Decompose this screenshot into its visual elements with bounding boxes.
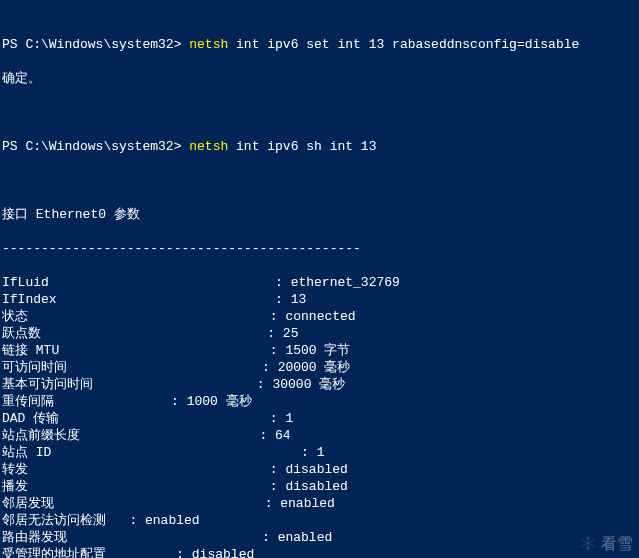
confirm-text: 确定。 xyxy=(2,70,637,87)
param-value: : 1 xyxy=(301,445,324,460)
param-name: 转发 xyxy=(2,462,270,477)
param-value: : disabled xyxy=(176,547,254,558)
param-name: DAD 传输 xyxy=(2,411,270,426)
param-name: 受管理的地址配置 xyxy=(2,547,176,558)
cmd1-exe: netsh xyxy=(189,37,228,52)
param-row: 状态 : connected xyxy=(2,308,637,325)
divider: ----------------------------------------… xyxy=(2,240,637,257)
param-name: 链接 MTU xyxy=(2,343,270,358)
param-name: 站点 ID xyxy=(2,445,301,460)
param-value: : enabled xyxy=(129,513,199,528)
param-name: 邻居发现 xyxy=(2,496,265,511)
param-row: 邻居无法访问检测 : enabled xyxy=(2,512,637,529)
param-row: 站点 ID : 1 xyxy=(2,444,637,461)
param-row: DAD 传输 : 1 xyxy=(2,410,637,427)
param-row: IfLuid : ethernet_32769 xyxy=(2,274,637,291)
param-row: IfIndex : 13 xyxy=(2,291,637,308)
prompt-line-2: PS C:\Windows\system32> netsh int ipv6 s… xyxy=(2,138,637,155)
param-value: : 1500 字节 xyxy=(270,343,351,358)
cmd2-exe: netsh xyxy=(189,139,228,154)
param-value: : 64 xyxy=(259,428,290,443)
param-row: 链接 MTU : 1500 字节 xyxy=(2,342,637,359)
param-row: 重传间隔 : 1000 毫秒 xyxy=(2,393,637,410)
param-row: 基本可访问时间 : 30000 毫秒 xyxy=(2,376,637,393)
param-value: : 13 xyxy=(275,292,306,307)
param-name: 基本可访问时间 xyxy=(2,377,257,392)
param-name: 跃点数 xyxy=(2,326,267,341)
param-row: 邻居发现 : enabled xyxy=(2,495,637,512)
param-name: 可访问时间 xyxy=(2,360,262,375)
section-title: 接口 Ethernet0 参数 xyxy=(2,206,637,223)
param-value: : 25 xyxy=(267,326,298,341)
param-value: : disabled xyxy=(270,479,348,494)
param-value: : enabled xyxy=(262,530,332,545)
param-value: : disabled xyxy=(270,462,348,477)
param-name: IfLuid xyxy=(2,275,275,290)
param-name: IfIndex xyxy=(2,292,275,307)
param-value: : ethernet_32769 xyxy=(275,275,400,290)
params-list: IfLuid : ethernet_32769IfIndex : 13状态 : … xyxy=(2,274,637,558)
terminal-output[interactable]: PS C:\Windows\system32> netsh int ipv6 s… xyxy=(0,0,639,558)
param-name: 路由器发现 xyxy=(2,530,262,545)
prompt-line-1: PS C:\Windows\system32> netsh int ipv6 s… xyxy=(2,36,637,53)
param-row: 跃点数 : 25 xyxy=(2,325,637,342)
param-name: 邻居无法访问检测 xyxy=(2,513,129,528)
param-value: : 1000 毫秒 xyxy=(171,394,252,409)
blank-line xyxy=(2,172,637,189)
param-name: 状态 xyxy=(2,309,270,324)
blank-line xyxy=(2,104,637,121)
param-row: 转发 : disabled xyxy=(2,461,637,478)
param-row: 站点前缀长度 : 64 xyxy=(2,427,637,444)
param-value: : 1 xyxy=(270,411,293,426)
param-row: 可访问时间 : 20000 毫秒 xyxy=(2,359,637,376)
cmd2-args: int ipv6 sh int 13 xyxy=(228,139,376,154)
prompt-path: PS C:\Windows\system32> xyxy=(2,37,189,52)
param-value: : enabled xyxy=(265,496,335,511)
param-value: : 20000 毫秒 xyxy=(262,360,350,375)
param-row: 播发 : disabled xyxy=(2,478,637,495)
param-name: 站点前缀长度 xyxy=(2,428,259,443)
param-name: 重传间隔 xyxy=(2,394,171,409)
param-name: 播发 xyxy=(2,479,270,494)
param-row: 路由器发现 : enabled xyxy=(2,529,637,546)
param-value: : connected xyxy=(270,309,356,324)
cmd1-args: int ipv6 set int 13 rabaseddnsconfig=dis… xyxy=(228,37,579,52)
prompt-path: PS C:\Windows\system32> xyxy=(2,139,189,154)
param-value: : 30000 毫秒 xyxy=(257,377,345,392)
param-row: 受管理的地址配置 : disabled xyxy=(2,546,637,558)
